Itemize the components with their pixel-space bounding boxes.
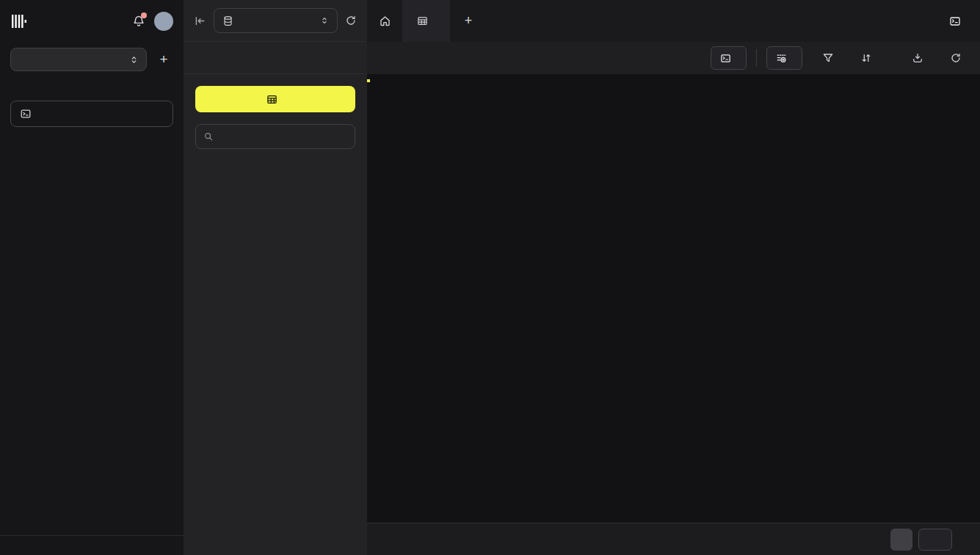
notifications-bell-icon[interactable] xyxy=(129,12,148,31)
grid-footer xyxy=(367,523,980,555)
filter-icon[interactable] xyxy=(816,46,841,70)
editor-tabbar: + xyxy=(367,0,980,42)
database-icon xyxy=(222,15,233,26)
terminal-icon xyxy=(720,53,731,64)
refresh-table-icon[interactable] xyxy=(943,46,968,70)
insert-row-icon xyxy=(776,53,787,64)
previous-page-button[interactable] xyxy=(890,529,912,551)
queries-button[interactable] xyxy=(949,15,967,27)
collapse-panel-icon[interactable] xyxy=(194,15,206,27)
brand xyxy=(12,14,123,29)
chevron-unfold-icon xyxy=(129,55,139,65)
notification-dot xyxy=(141,12,147,18)
tab-cell-towers[interactable] xyxy=(402,0,450,42)
search-resources-input[interactable] xyxy=(219,131,349,142)
selection-rectangle xyxy=(367,79,369,81)
search-resources-box xyxy=(195,124,355,149)
table-toolbar xyxy=(367,42,980,74)
toolbar-divider xyxy=(756,49,757,67)
main-area: + xyxy=(367,0,980,555)
panel-header xyxy=(184,0,367,42)
home-tab[interactable] xyxy=(367,0,402,42)
terminal-icon xyxy=(949,15,961,27)
database-select[interactable] xyxy=(214,8,338,33)
selection-anchor-cell xyxy=(367,79,370,82)
resources-panel xyxy=(184,0,367,555)
connect-button[interactable] xyxy=(10,101,173,127)
sort-icon[interactable] xyxy=(854,46,879,70)
organization-label xyxy=(0,518,184,525)
sidebar-footer xyxy=(0,536,184,555)
add-workspace-button[interactable]: + xyxy=(154,50,173,69)
panel-tabs xyxy=(184,42,367,74)
refresh-resources-icon[interactable] xyxy=(345,15,357,26)
user-avatar[interactable] xyxy=(154,12,173,31)
chevron-unfold-icon xyxy=(320,16,329,25)
app-sidebar: + xyxy=(0,0,184,555)
sidebar-header xyxy=(0,0,184,42)
search-icon xyxy=(203,131,214,142)
workspace-select[interactable] xyxy=(10,48,147,71)
download-icon[interactable] xyxy=(905,46,930,70)
table-icon xyxy=(417,15,428,26)
insert-row-button[interactable] xyxy=(766,46,802,70)
new-table-button[interactable] xyxy=(195,86,355,112)
page-number-input[interactable] xyxy=(918,529,952,551)
clickhouse-logo-icon xyxy=(12,14,28,29)
data-grid-region xyxy=(367,74,980,523)
new-tab-button[interactable]: + xyxy=(450,0,487,42)
connect-icon xyxy=(20,108,32,120)
table-icon xyxy=(266,94,277,105)
create-query-button[interactable] xyxy=(711,46,747,70)
